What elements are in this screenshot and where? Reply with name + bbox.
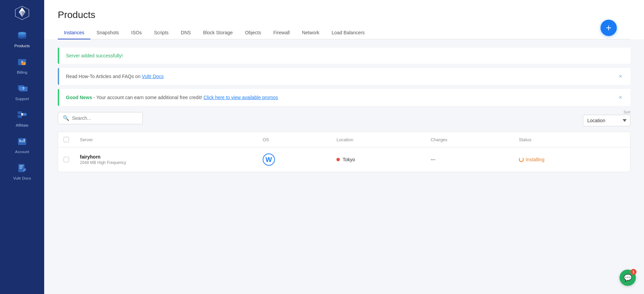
- th-checkbox: [58, 132, 74, 147]
- svg-rect-25: [19, 168, 22, 169]
- sidebar-label-support: Support: [15, 97, 29, 101]
- chat-icon: 💬: [624, 274, 632, 282]
- sort-label: Sort: [624, 110, 630, 114]
- th-server: Server: [74, 132, 257, 147]
- svg-text:?: ?: [22, 87, 24, 91]
- sort-wrap: Sort Location Name Status Charges: [583, 110, 630, 126]
- svg-rect-24: [19, 167, 23, 167]
- affiliate-icon: ✖: [16, 109, 28, 121]
- sidebar-item-billing[interactable]: $ Billing: [0, 52, 44, 78]
- billing-icon: $: [16, 56, 28, 68]
- th-location: Location: [331, 132, 425, 147]
- server-spec: 2048 MB High Frequency: [80, 160, 252, 165]
- main-content: Products Instances Snapshots ISOs Script…: [44, 0, 644, 294]
- tab-scripts[interactable]: Scripts: [148, 26, 175, 39]
- search-wrap: 🔍: [58, 112, 143, 124]
- sidebar-label-account: Account: [15, 150, 29, 154]
- content-area: Server added successfully! Read How-To A…: [44, 39, 644, 294]
- location-name: Tokyo: [343, 157, 355, 162]
- svg-text:✖: ✖: [21, 113, 23, 116]
- os-icon: W: [263, 153, 275, 166]
- sidebar-item-affiliate[interactable]: ✖ Affiliate: [0, 105, 44, 131]
- info-banner: Read How-To Articles and FAQs on Vultr D…: [58, 68, 630, 85]
- location-cell: Tokyo: [331, 147, 425, 172]
- toolbar: 🔍 Sort Location Name Status Charges: [58, 110, 630, 126]
- row-checkbox[interactable]: [64, 157, 69, 162]
- status-label: Installing: [526, 157, 544, 162]
- header: Products Instances Snapshots ISOs Script…: [44, 0, 644, 39]
- promo-text: Good News - Your account can earn some a…: [66, 95, 278, 100]
- page-title: Products: [58, 10, 630, 20]
- th-charges: Charges: [425, 132, 514, 147]
- chat-badge: 1: [630, 269, 637, 275]
- row-checkbox-cell: [58, 147, 74, 172]
- success-message: Server added successfully!: [66, 53, 123, 58]
- sidebar-label-vultr-docs: Vultr Docs: [13, 176, 31, 180]
- sidebar-item-support[interactable]: ? Support: [0, 78, 44, 105]
- add-instance-button[interactable]: +: [601, 20, 617, 36]
- sidebar-item-products[interactable]: Products: [0, 25, 44, 52]
- tab-firewall[interactable]: Firewall: [267, 26, 296, 39]
- sidebar-label-products: Products: [14, 44, 30, 48]
- vultr-docs-icon: [16, 162, 28, 174]
- sort-select[interactable]: Location Name Status Charges: [583, 115, 630, 126]
- products-icon: [16, 30, 28, 42]
- tab-load-balancers[interactable]: Load Balancers: [326, 26, 371, 39]
- status-cell: Installing: [514, 147, 630, 172]
- svg-rect-19: [19, 140, 21, 142]
- info-prefix: Read How-To Articles and FAQs on: [66, 74, 142, 79]
- select-all-checkbox[interactable]: [64, 137, 69, 142]
- good-news-label: Good News: [66, 95, 92, 100]
- svg-text:$: $: [21, 60, 23, 63]
- chat-button[interactable]: 💬 1: [620, 270, 636, 286]
- tab-block-storage[interactable]: Block Storage: [197, 26, 239, 39]
- location-display: Tokyo: [336, 157, 420, 162]
- sidebar-logo: [12, 3, 32, 22]
- server-name[interactable]: fairyhorn: [80, 154, 252, 160]
- svg-line-26: [25, 169, 25, 169]
- os-cell: W: [257, 147, 331, 172]
- account-icon: [16, 135, 28, 148]
- server-cell: fairyhorn 2048 MB High Frequency: [74, 147, 257, 172]
- status-spinner: [519, 157, 524, 162]
- table-header-row: Server OS Location Charges Status: [58, 132, 630, 147]
- svg-rect-21: [23, 139, 25, 142]
- promo-banner-close[interactable]: ×: [617, 94, 624, 100]
- support-icon: ?: [16, 82, 28, 95]
- promo-banner: Good News - Your account can earn some a…: [58, 89, 630, 106]
- success-banner: Server added successfully!: [58, 48, 630, 64]
- sidebar-label-billing: Billing: [17, 70, 28, 74]
- sidebar-label-affiliate: Affiliate: [16, 123, 29, 127]
- location-dot: [336, 158, 340, 161]
- search-input[interactable]: [72, 115, 138, 121]
- good-news-body: - Your account can earn some additional …: [92, 95, 204, 100]
- sidebar: Products $ Billing ? Support: [0, 0, 44, 294]
- th-status: Status: [514, 132, 630, 147]
- info-text: Read How-To Articles and FAQs on Vultr D…: [66, 74, 163, 79]
- info-banner-close[interactable]: ×: [617, 73, 624, 79]
- tabs-bar: Instances Snapshots ISOs Scripts DNS Blo…: [58, 26, 630, 39]
- instances-table: Server OS Location Charges Status fairyh…: [58, 132, 630, 172]
- instances-table-wrap: Server OS Location Charges Status fairyh…: [58, 132, 630, 172]
- svg-rect-23: [19, 165, 23, 166]
- svg-rect-20: [21, 141, 23, 142]
- promo-link[interactable]: Click here to view available promos: [204, 95, 278, 100]
- vultr-docs-link[interactable]: Vultr Docs: [142, 74, 163, 79]
- tab-isos[interactable]: ISOs: [125, 26, 148, 39]
- tab-objects[interactable]: Objects: [239, 26, 267, 39]
- table-row: fairyhorn 2048 MB High Frequency W Tokyo: [58, 147, 630, 172]
- sidebar-item-vultr-docs[interactable]: Vultr Docs: [0, 158, 44, 184]
- search-icon: 🔍: [63, 115, 69, 121]
- charges-cell: ---: [425, 147, 514, 172]
- th-os: OS: [257, 132, 331, 147]
- tab-dns[interactable]: DNS: [175, 26, 197, 39]
- status-installing: Installing: [519, 157, 625, 162]
- svg-point-4: [18, 32, 26, 35]
- sidebar-item-account[interactable]: Account: [0, 131, 44, 158]
- tab-network[interactable]: Network: [296, 26, 325, 39]
- tab-instances[interactable]: Instances: [58, 26, 90, 39]
- tab-snapshots[interactable]: Snapshots: [90, 26, 125, 39]
